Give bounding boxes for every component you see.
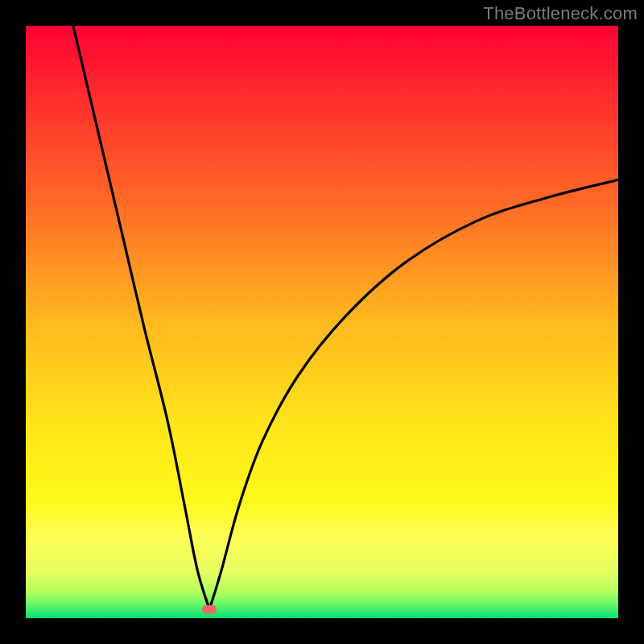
bottleneck-curve [26, 26, 618, 618]
watermark-text: TheBottleneck.com [483, 3, 638, 24]
minimum-marker [202, 605, 217, 613]
chart-frame: TheBottleneck.com [0, 0, 644, 644]
plot-area [26, 26, 618, 618]
